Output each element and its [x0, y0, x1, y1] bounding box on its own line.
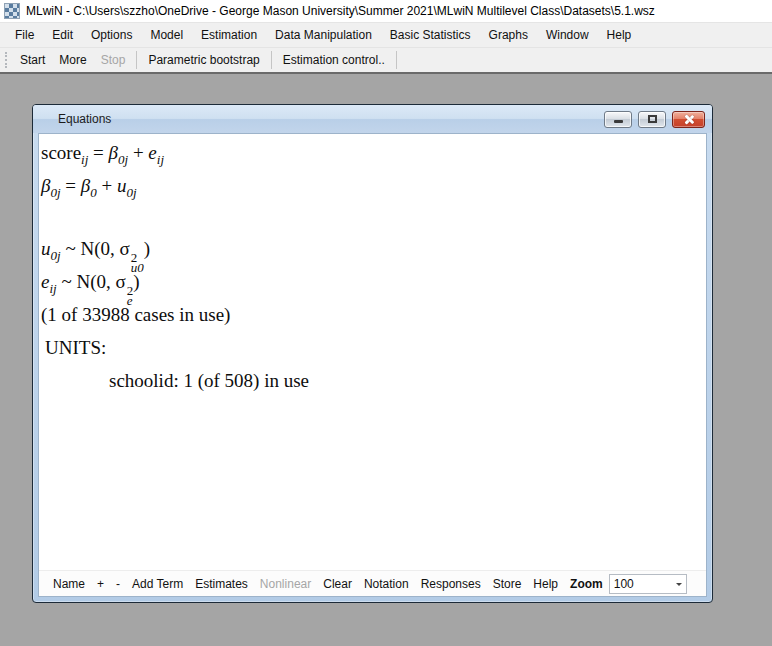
menu-data-manipulation[interactable]: Data Manipulation — [266, 24, 381, 46]
units-schoolid-line: schoolid: 1 (of 508) in use — [41, 364, 706, 397]
equations-window-title: Equations — [58, 112, 111, 126]
zoom-label: Zoom — [564, 577, 606, 591]
units-label: UNITS: — [41, 331, 706, 364]
menu-file[interactable]: File — [6, 24, 43, 46]
eq-term: u — [117, 175, 127, 196]
eq-term: β — [109, 142, 118, 163]
chevron-down-icon[interactable] — [672, 579, 686, 589]
estimates-button[interactable]: Estimates — [189, 577, 254, 591]
chevron-down-glyph — [676, 583, 682, 589]
eq-normal: N(0, — [80, 238, 119, 259]
parametric-bootstrap-button[interactable]: Parametric bootstrap — [141, 50, 266, 70]
menu-edit[interactable]: Edit — [43, 24, 82, 46]
app-title: MLwiN - C:\Users\szzho\OneDrive - George… — [26, 4, 655, 18]
zoom-combobox[interactable]: 100 — [609, 574, 687, 594]
toolbar-gripper[interactable] — [5, 52, 8, 68]
toolbar: Start More Stop Parametric bootstrap Est… — [0, 47, 772, 74]
close-icon — [683, 114, 694, 125]
equation-blank-line — [41, 202, 706, 232]
name-button[interactable]: Name — [47, 577, 91, 591]
equations-body: scoreij = β0j + eij β0j = β0 + u0j u0j ~… — [38, 133, 707, 597]
eq-term: score — [41, 142, 81, 163]
eq-subscript: 0j — [118, 152, 128, 167]
eq-normal: N(0, — [76, 271, 115, 292]
equation-u-distribution-line[interactable]: u0j ~ N(0, σ2u0) — [41, 232, 706, 265]
close-button[interactable] — [672, 111, 705, 128]
equations-window: Equations scoreij = β0j + eij β0j = β0 +… — [32, 104, 713, 603]
eq-subscript: ij — [157, 152, 164, 167]
minimize-icon — [614, 120, 623, 123]
restore-button[interactable] — [638, 111, 666, 128]
menu-help[interactable]: Help — [598, 24, 641, 46]
remove-button[interactable]: - — [110, 577, 126, 591]
clear-button[interactable]: Clear — [317, 577, 358, 591]
menu-model[interactable]: Model — [141, 24, 192, 46]
eq-operator: + — [128, 142, 148, 163]
eq-operator: ~ — [61, 238, 81, 259]
eq-sigma: σ — [119, 238, 129, 259]
menu-graphs[interactable]: Graphs — [480, 24, 537, 46]
minimize-button[interactable] — [604, 111, 632, 128]
eq-term: e — [148, 142, 156, 163]
eq-paren: ) — [144, 238, 150, 259]
eq-term: β — [81, 175, 90, 196]
help-button[interactable]: Help — [527, 577, 564, 591]
eq-operator: = — [61, 175, 81, 196]
eq-paren: ) — [133, 271, 139, 292]
mlwin-app-icon — [4, 3, 20, 19]
add-button[interactable]: + — [91, 577, 110, 591]
equation-intercept-line[interactable]: β0j = β0 + u0j — [41, 169, 706, 202]
eq-operator: + — [97, 175, 117, 196]
eq-term: u — [41, 238, 51, 259]
menubar: File Edit Options Model Estimation Data … — [0, 23, 772, 47]
stop-button: Stop — [94, 50, 133, 70]
toolbar-separator — [396, 51, 397, 69]
eq-subscript: 0j — [50, 185, 60, 200]
menu-basic-statistics[interactable]: Basic Statistics — [381, 24, 480, 46]
notation-button[interactable]: Notation — [358, 577, 415, 591]
toolbar-separator — [136, 51, 137, 69]
responses-button[interactable]: Responses — [415, 577, 487, 591]
equation-response-line[interactable]: scoreij = β0j + eij — [41, 136, 706, 169]
mdi-workspace: Equations scoreij = β0j + eij β0j = β0 +… — [0, 75, 772, 646]
app-titlebar: MLwiN - C:\Users\szzho\OneDrive - George… — [0, 0, 772, 23]
window-controls — [604, 111, 705, 128]
eq-subscript: 0j — [127, 185, 137, 200]
store-button[interactable]: Store — [487, 577, 528, 591]
menu-estimation[interactable]: Estimation — [192, 24, 266, 46]
eq-operator: = — [88, 142, 108, 163]
mlwin-application-window: MLwiN - C:\Users\szzho\OneDrive - George… — [0, 0, 772, 74]
eq-subscript: 0j — [51, 248, 61, 263]
equations-bottom-toolbar: Name + - Add Term Estimates Nonlinear Cl… — [39, 570, 706, 596]
equations-window-titlebar[interactable]: Equations — [33, 105, 712, 133]
eq-subscript: ij — [49, 281, 56, 296]
cases-in-use-line: (1 of 33988 cases in use) — [41, 298, 706, 331]
eq-operator: ~ — [57, 271, 77, 292]
restore-icon — [648, 115, 657, 123]
start-button[interactable]: Start — [13, 50, 52, 70]
zoom-value: 100 — [610, 577, 672, 591]
add-term-button[interactable]: Add Term — [126, 577, 189, 591]
estimation-control-button[interactable]: Estimation control.. — [276, 50, 392, 70]
toolbar-separator — [271, 51, 272, 69]
nonlinear-button: Nonlinear — [254, 577, 317, 591]
more-button[interactable]: More — [52, 50, 93, 70]
menu-options[interactable]: Options — [82, 24, 141, 46]
menu-window[interactable]: Window — [537, 24, 598, 46]
equations-canvas[interactable]: scoreij = β0j + eij β0j = β0 + u0j u0j ~… — [39, 134, 706, 570]
eq-sigma: σ — [116, 271, 126, 292]
